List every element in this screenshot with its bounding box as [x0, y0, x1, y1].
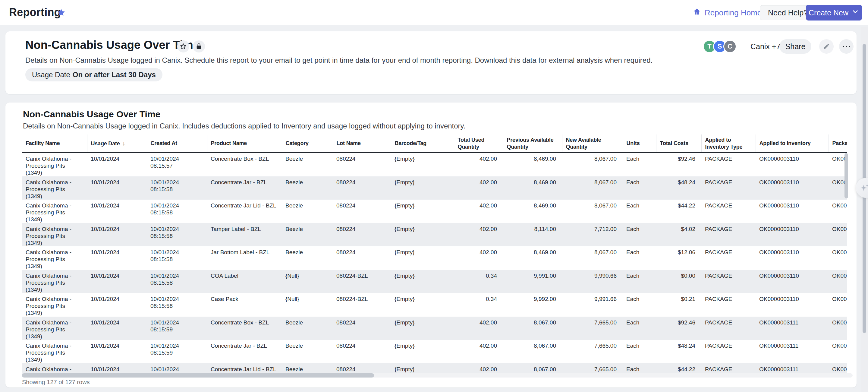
- column-header-total_costs[interactable]: Total Costs: [656, 134, 701, 153]
- report-table-card: Non-Cannabis Usage Over Time Details on …: [5, 102, 857, 388]
- table-subtitle: Details on Non-Cannabis Usage logged in …: [23, 122, 466, 130]
- table-row[interactable]: Canix Oklahoma - Processing Pits (1349)1…: [22, 340, 847, 363]
- table-vertical-scrollbar-thumb[interactable]: [844, 153, 848, 199]
- table-row[interactable]: Canix Oklahoma - Processing Pits (1349)1…: [22, 153, 847, 176]
- cell-total_used: 402.00: [454, 153, 503, 176]
- column-header-new_avail[interactable]: New AvailableQuantity: [562, 134, 623, 153]
- cell-total_used: 402.00: [454, 316, 503, 340]
- cell-total_costs: $4.02: [656, 223, 701, 247]
- cell-new_avail: 8,067.00: [562, 200, 623, 223]
- column-header-applied_inv[interactable]: Applied to Inventory: [755, 134, 829, 153]
- cell-lot: 080224: [333, 153, 391, 176]
- cell-barcode: {Empty}: [391, 223, 454, 247]
- report-title: Non-Cannabis Usage Over Time: [25, 39, 199, 52]
- share-button[interactable]: Share: [779, 39, 811, 54]
- cell-new_avail: 7,712.00: [562, 223, 623, 247]
- cell-applied_type: PACKAGE: [701, 293, 755, 316]
- cell-category: Beezle: [282, 316, 333, 340]
- column-header-category[interactable]: Category: [282, 134, 333, 153]
- cell-applied_inv: OK0000003111: [755, 316, 829, 340]
- cell-units: Each: [623, 176, 656, 200]
- cell-barcode: {Empty}: [391, 293, 454, 316]
- cell-lot: 080224: [333, 340, 391, 363]
- column-header-prev_avail[interactable]: Previous AvailableQuantity: [503, 134, 562, 153]
- table-row[interactable]: Canix Oklahoma - Processing Pits (1349)1…: [22, 316, 847, 340]
- cell-lot: 080224-BZL: [333, 293, 391, 316]
- cell-created_at: 10/01/2024 08:15:58: [147, 270, 207, 293]
- cell-new_avail: 8,067.00: [562, 153, 623, 176]
- column-header-barcode[interactable]: Barcode/Tag: [391, 134, 454, 153]
- cell-category: {Null}: [282, 293, 333, 316]
- edit-button[interactable]: [819, 39, 834, 54]
- pencil-icon: [823, 43, 830, 50]
- cell-total_used: 402.00: [454, 246, 503, 270]
- table-scroll-viewport[interactable]: Facility NameUsage Date↓Created AtProduc…: [22, 134, 847, 376]
- column-header-usage_date[interactable]: Usage Date↓: [87, 134, 147, 153]
- column-header-lot[interactable]: Lot Name: [333, 134, 391, 153]
- favorite-star-icon[interactable]: [57, 8, 66, 17]
- cell-prev_avail: 9,991.00: [503, 270, 562, 293]
- page-title: Reporting: [9, 6, 61, 19]
- cell-prev_avail: 8,067.00: [503, 340, 562, 363]
- cell-package: OK0000003111: [829, 340, 847, 363]
- cell-usage_date: 10/01/2024: [87, 316, 147, 340]
- cell-facility: Canix Oklahoma - Processing Pits (1349): [22, 153, 87, 176]
- create-new-label: Create New: [809, 8, 848, 17]
- cell-applied_inv: OK0000003110: [755, 176, 829, 200]
- column-header-package[interactable]: Package: [829, 134, 847, 153]
- cell-facility: Canix Oklahoma - Processing Pits (1349): [22, 246, 87, 270]
- column-header-applied_type[interactable]: Applied toInventory Type: [701, 134, 755, 153]
- cell-applied_inv: OK0000003110: [755, 246, 829, 270]
- cell-new_avail: 7,665.00: [562, 316, 623, 340]
- table-row[interactable]: Canix Oklahoma - Processing Pits (1349)1…: [22, 270, 847, 293]
- cell-product: Jar Bottom Label - BZL: [207, 246, 282, 270]
- avatar[interactable]: C: [723, 40, 737, 53]
- column-header-total_used[interactable]: Total UsedQuantity: [454, 134, 503, 153]
- table-horizontal-scrollbar-thumb[interactable]: [22, 373, 374, 378]
- cell-total_used: 0.34: [454, 293, 503, 316]
- usage-date-filter-chip[interactable]: Usage Date On or after Last 30 Days: [25, 68, 162, 82]
- cell-units: Each: [623, 246, 656, 270]
- table-row[interactable]: Canix Oklahoma - Processing Pits (1349)1…: [22, 223, 847, 247]
- cell-category: Beezle: [282, 223, 333, 247]
- table-horizontal-scrollbar-track[interactable]: [22, 373, 852, 378]
- chevron-down-icon: [851, 8, 859, 18]
- cell-lot: 080224: [333, 246, 391, 270]
- ai-assistant-button[interactable]: [856, 178, 868, 198]
- cell-category: Beezle: [282, 153, 333, 176]
- cell-units: Each: [623, 293, 656, 316]
- favorite-report-button[interactable]: [177, 40, 189, 53]
- cell-units: Each: [623, 340, 656, 363]
- cell-applied_type: PACKAGE: [701, 153, 755, 176]
- table-row[interactable]: Canix Oklahoma - Processing Pits (1349)1…: [22, 200, 847, 223]
- cell-new_avail: 8,067.00: [562, 246, 623, 270]
- cell-package: OK0000003111: [829, 316, 847, 340]
- cell-created_at: 10/01/2024 08:15:57: [147, 153, 207, 176]
- cell-facility: Canix Oklahoma - Processing Pits (1349): [22, 176, 87, 200]
- column-header-created_at[interactable]: Created At: [147, 134, 207, 153]
- cell-package: OK0000003110: [829, 200, 847, 223]
- more-options-button[interactable]: [839, 39, 854, 54]
- create-new-button[interactable]: Create New: [806, 5, 862, 21]
- need-help-label: Need Help?: [768, 8, 808, 17]
- cell-lot: 080224: [333, 223, 391, 247]
- cell-barcode: {Empty}: [391, 176, 454, 200]
- reporting-home-link[interactable]: Reporting Home: [692, 0, 762, 25]
- cell-total_costs: $48.24: [656, 176, 701, 200]
- table-row[interactable]: Canix Oklahoma - Processing Pits (1349)1…: [22, 246, 847, 270]
- column-header-product[interactable]: Product Name: [207, 134, 282, 153]
- column-header-facility[interactable]: Facility Name: [22, 134, 87, 153]
- cell-total_used: 402.00: [454, 200, 503, 223]
- column-header-units[interactable]: Units: [623, 134, 656, 153]
- cell-new_avail: 9,991.66: [562, 293, 623, 316]
- table-row[interactable]: Canix Oklahoma - Processing Pits (1349)1…: [22, 176, 847, 200]
- table-row[interactable]: Canix Oklahoma - Processing Pits (1349)1…: [22, 293, 847, 316]
- cell-created_at: 10/01/2024 08:15:59: [147, 340, 207, 363]
- cell-applied_inv: OK0000003110: [755, 293, 829, 316]
- cell-total_used: 402.00: [454, 223, 503, 247]
- cell-usage_date: 10/01/2024: [87, 153, 147, 176]
- cell-units: Each: [623, 270, 656, 293]
- cell-applied_type: PACKAGE: [701, 316, 755, 340]
- reporting-home-label: Reporting Home: [705, 8, 762, 18]
- cell-barcode: {Empty}: [391, 246, 454, 270]
